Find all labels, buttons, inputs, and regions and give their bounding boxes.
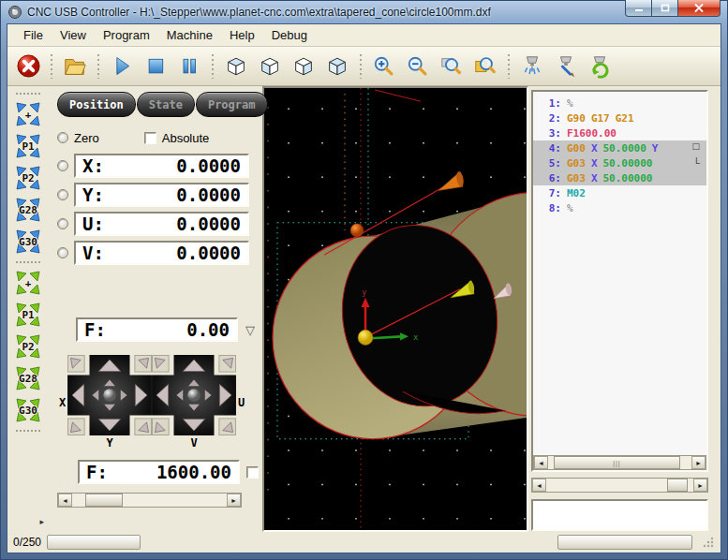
resize-grip[interactable] <box>702 536 715 549</box>
svg-text:G28: G28 <box>19 373 37 385</box>
view-front-icon <box>258 54 282 79</box>
start-button[interactable] <box>105 51 139 82</box>
blue-jog-p1-button[interactable]: P1 <box>13 132 43 160</box>
sidebar-separator <box>16 261 40 263</box>
toolbar-separator <box>507 54 511 79</box>
jog-speed-scrollbar[interactable]: ◄ ► <box>57 493 242 508</box>
u-axis-radio[interactable] <box>57 218 68 229</box>
slider-track[interactable] <box>546 479 693 492</box>
open-file-button[interactable] <box>58 51 92 82</box>
tool-measure-button[interactable] <box>549 51 583 82</box>
menu-view[interactable]: View <box>52 25 95 45</box>
emergency-stop-button[interactable] <box>11 51 45 82</box>
viewport-3d[interactable]: y x <box>262 86 528 532</box>
toolbar <box>7 47 721 86</box>
tool-change-button[interactable] <box>583 51 617 82</box>
jog-pad-uv[interactable]: V <box>152 355 236 449</box>
blue-jog-g28-button[interactable]: G28 <box>13 196 43 224</box>
gcode-line[interactable]: 1:% <box>533 96 706 111</box>
jog-axis-label-v: V <box>190 436 197 449</box>
gcode-line-number: 4: <box>537 142 561 155</box>
menu-machine[interactable]: Machine <box>158 25 221 45</box>
x-position-display[interactable]: X:0.0000 <box>74 154 249 178</box>
scrollbar-track[interactable]: ||| <box>548 456 691 469</box>
panel-tabs: PositionStateProgram <box>57 92 262 117</box>
slider-right-button[interactable]: ► <box>693 479 707 492</box>
v-axis-radio[interactable] <box>57 247 68 258</box>
v-position-display[interactable]: V:0.0000 <box>74 241 249 265</box>
stop-icon <box>144 55 167 78</box>
tab-program[interactable]: Program <box>196 92 268 117</box>
gcode-line[interactable]: 8:% <box>533 200 706 215</box>
gcode-line[interactable]: 5:G03X50.00000L <box>533 155 706 170</box>
sidebar-overflow-button[interactable]: ▸ <box>39 517 44 526</box>
close-button[interactable] <box>678 0 721 17</box>
message-box[interactable] <box>531 499 708 531</box>
green-jog-g28-button[interactable]: G28 <box>13 364 43 392</box>
green-jog-plus-button[interactable]: + <box>13 269 43 297</box>
gcode-list[interactable]: 1:%2:G90G17G213:F1600.004:G00X50.0000Y□5… <box>533 92 706 455</box>
blue-jog-plus-button[interactable]: + <box>13 100 43 128</box>
absolute-checkbox[interactable] <box>144 132 156 144</box>
green-jog-p2-button[interactable]: P2 <box>13 332 43 361</box>
menu-file[interactable]: File <box>15 25 52 45</box>
jog-pad-xy[interactable]: Y <box>67 355 152 449</box>
jog-feed-checkbox[interactable] <box>246 466 259 479</box>
slider-thumb[interactable] <box>667 479 688 492</box>
gcode-line[interactable]: 7:M02 <box>533 185 706 200</box>
gcode-token: X <box>591 157 598 169</box>
app-window: CNC USB Controller - H:\_Stepper\www.pla… <box>0 0 728 560</box>
gcode-line[interactable]: 4:G00X50.0000Y□ <box>533 140 706 155</box>
view-top-button[interactable] <box>219 51 253 82</box>
zoom-in-button[interactable] <box>367 51 401 82</box>
blue-jog-p2-button[interactable]: P2 <box>13 164 43 192</box>
gcode-line[interactable]: 2:G90G17G21 <box>533 111 706 125</box>
slider-left-button[interactable]: ◄ <box>532 479 546 492</box>
zoom-out-button[interactable] <box>401 51 435 82</box>
toolbar-separator <box>97 54 100 79</box>
titlebar[interactable]: CNC USB Controller - H:\_Stepper\www.pla… <box>0 0 728 24</box>
green-jog-p1-button[interactable]: P1 <box>13 301 43 329</box>
maximize-button[interactable] <box>652 0 678 17</box>
window-title: CNC USB Controller - H:\_Stepper\www.pla… <box>27 6 491 19</box>
tab-state[interactable]: State <box>137 92 195 117</box>
gcode-scrollbar[interactable]: ◄ ||| ► <box>533 455 706 470</box>
origin-marker <box>358 330 373 345</box>
y-axis-radio[interactable] <box>57 189 68 200</box>
view-perspective-button[interactable] <box>320 51 354 82</box>
tab-position[interactable]: Position <box>57 92 136 117</box>
menu-program[interactable]: Program <box>95 25 158 45</box>
x-axis-radio[interactable] <box>57 160 68 171</box>
menu-debug[interactable]: Debug <box>263 25 316 45</box>
zero-radio[interactable] <box>57 132 68 143</box>
y-position-display[interactable]: Y:0.0000 <box>74 183 249 207</box>
zoom-window-button[interactable] <box>435 51 468 82</box>
pause-button[interactable] <box>172 51 206 82</box>
gcode-line-number: 6: <box>537 172 561 184</box>
scroll-left-button[interactable]: ◄ <box>534 456 548 469</box>
scrollbar-track[interactable] <box>72 494 227 507</box>
speed-slider[interactable]: ◄ ► <box>531 478 708 493</box>
app-icon <box>7 5 22 20</box>
scrollbar-thumb[interactable]: ||| <box>554 456 680 469</box>
scroll-right-button[interactable]: ► <box>691 456 706 469</box>
menu-help[interactable]: Help <box>221 25 263 45</box>
gcode-line[interactable]: 3:F1600.00 <box>533 125 706 140</box>
coolant-mist-button[interactable] <box>515 51 549 82</box>
scrollbar-thumb[interactable] <box>85 494 123 507</box>
scroll-left-button[interactable]: ◄ <box>58 494 72 507</box>
jog-feed-display[interactable]: F: 1600.00 <box>78 460 240 484</box>
close-icon <box>694 4 704 12</box>
stop-button[interactable] <box>139 51 172 82</box>
zoom-extents-button[interactable] <box>468 51 502 82</box>
gcode-line[interactable]: 6:G03X50.00000 <box>533 170 706 185</box>
minimize-button[interactable] <box>625 0 652 17</box>
scroll-right-button[interactable]: ► <box>227 494 241 507</box>
view-front-button[interactable] <box>253 51 287 82</box>
green-jog-g30-button[interactable]: G30 <box>13 396 43 424</box>
blue-jog-g30-button[interactable]: G30 <box>13 228 43 256</box>
u-position-display[interactable]: U:0.0000 <box>74 212 249 236</box>
feed-display[interactable]: F: 0.00 <box>76 317 238 342</box>
feed-dropdown-arrow[interactable]: ▽ <box>245 323 255 337</box>
view-side-button[interactable] <box>287 51 320 82</box>
